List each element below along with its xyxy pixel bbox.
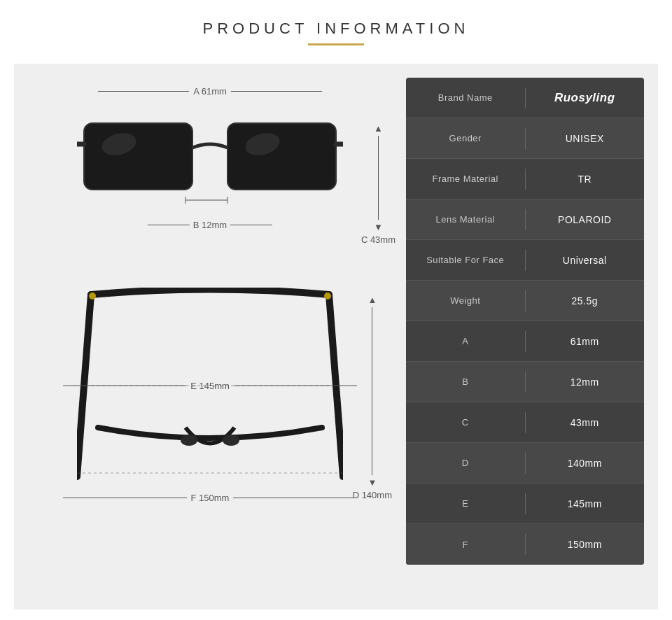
spec-label: Weight [406, 286, 525, 316]
spec-row: F150mm [406, 524, 644, 565]
spec-row: A61mm [406, 321, 644, 362]
glasses-front-container: A 61mm [63, 106, 357, 211]
spec-label: Frame Material [406, 164, 525, 194]
spec-row: Suitable For FaceUniversal [406, 240, 644, 281]
diagram-panel: A 61mm [28, 78, 392, 596]
spec-value: POLAROID [526, 204, 645, 235]
dim-c-label: ▲ ▼ C 43mm [361, 123, 396, 245]
svg-point-10 [324, 293, 331, 300]
spec-row: Brand NameRuosyling [406, 78, 644, 118]
spec-value: 145mm [526, 488, 645, 519]
spec-value: 150mm [526, 529, 645, 560]
specs-panel: Brand NameRuosylingGenderUNISEXFrame Mat… [406, 78, 644, 565]
spec-row: GenderUNISEX [406, 118, 644, 159]
glasses-front-svg [77, 106, 343, 211]
dim-b-label: B 12mm [148, 220, 272, 230]
dim-a-label: A 61mm [98, 86, 322, 97]
spec-label: F [406, 530, 525, 560]
svg-point-7 [181, 435, 197, 446]
spec-value: 140mm [526, 448, 645, 479]
spec-value: Ruosyling [526, 81, 645, 115]
glasses-back-container: E 145mm [63, 288, 357, 484]
spec-label: E [406, 488, 525, 519]
dim-d-label: ▲ ▼ D 140mm [353, 295, 392, 500]
dim-e-label: E 145mm [63, 381, 357, 391]
spec-row: Weight25.5g [406, 281, 644, 321]
spec-row: Lens MaterialPOLAROID [406, 199, 644, 240]
spec-label: A [406, 326, 525, 356]
spec-value: 43mm [526, 407, 645, 438]
spec-row: Frame MaterialTR [406, 159, 644, 199]
spec-value: 12mm [526, 367, 645, 397]
spec-label: Gender [406, 123, 525, 153]
spec-label: Lens Material [406, 204, 525, 234]
spec-row: C43mm [406, 402, 644, 443]
page-title: PRODUCT INFORMATION [0, 20, 672, 38]
dim-f-label: F 150mm [63, 493, 357, 503]
spec-row: B12mm [406, 362, 644, 402]
svg-point-9 [89, 293, 96, 300]
spec-value: 25.5g [526, 286, 645, 316]
main-content: A 61mm [14, 64, 658, 610]
spec-row: E145mm [406, 484, 644, 524]
spec-value: TR [526, 164, 645, 195]
spec-label: Brand Name [406, 83, 525, 113]
svg-rect-1 [227, 123, 336, 190]
svg-rect-0 [84, 123, 192, 190]
title-underline [308, 43, 364, 45]
spec-label: D [406, 448, 525, 478]
svg-point-8 [223, 435, 239, 446]
spec-label: C [406, 407, 525, 437]
spec-value: UNISEX [526, 123, 645, 154]
spec-row: D140mm [406, 443, 644, 484]
spec-value: 61mm [526, 326, 645, 357]
spec-label: Suitable For Face [406, 245, 525, 275]
spec-value: Universal [526, 245, 645, 276]
spec-label: B [406, 367, 525, 397]
page-header: PRODUCT INFORMATION [0, 0, 672, 57]
